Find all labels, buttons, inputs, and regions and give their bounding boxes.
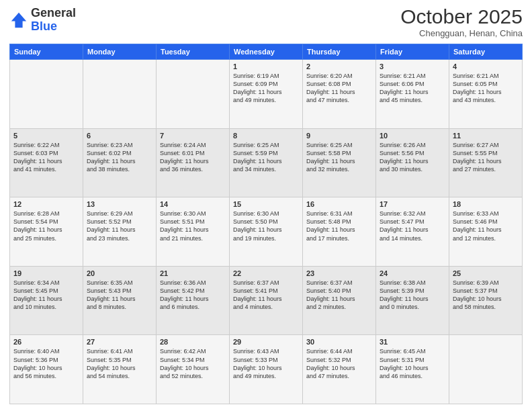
day-info: Sunrise: 6:26 AM Sunset: 5:56 PM Dayligh… bbox=[380, 141, 445, 174]
day-number: 17 bbox=[380, 200, 445, 208]
day-number: 30 bbox=[306, 338, 372, 346]
day-cell: 14Sunrise: 6:30 AM Sunset: 5:51 PM Dayli… bbox=[157, 197, 230, 267]
week-row-5: 26Sunrise: 6:40 AM Sunset: 5:36 PM Dayli… bbox=[10, 335, 523, 404]
day-cell: 9Sunrise: 6:25 AM Sunset: 5:58 PM Daylig… bbox=[303, 128, 376, 197]
logo-general: General bbox=[31, 7, 76, 20]
day-info: Sunrise: 6:20 AM Sunset: 6:08 PM Dayligh… bbox=[306, 72, 372, 105]
weekday-monday: Monday bbox=[83, 44, 157, 60]
day-info: Sunrise: 6:24 AM Sunset: 6:01 PM Dayligh… bbox=[160, 141, 226, 174]
day-info: Sunrise: 6:32 AM Sunset: 5:47 PM Dayligh… bbox=[380, 210, 445, 242]
svg-marker-0 bbox=[11, 13, 26, 28]
day-cell bbox=[157, 60, 230, 129]
day-info: Sunrise: 6:43 AM Sunset: 5:33 PM Dayligh… bbox=[233, 347, 299, 380]
weekday-sunday: Sunday bbox=[10, 44, 83, 60]
day-number: 14 bbox=[160, 200, 226, 208]
day-info: Sunrise: 6:27 AM Sunset: 5:55 PM Dayligh… bbox=[453, 141, 519, 174]
day-info: Sunrise: 6:21 AM Sunset: 6:06 PM Dayligh… bbox=[380, 72, 445, 105]
calendar-table: SundayMondayTuesdayWednesdayThursdayFrid… bbox=[9, 44, 523, 404]
day-cell: 10Sunrise: 6:26 AM Sunset: 5:56 PM Dayli… bbox=[376, 128, 449, 197]
day-number: 28 bbox=[160, 338, 226, 346]
day-cell: 7Sunrise: 6:24 AM Sunset: 6:01 PM Daylig… bbox=[157, 128, 230, 197]
day-info: Sunrise: 6:30 AM Sunset: 5:51 PM Dayligh… bbox=[160, 210, 226, 242]
weekday-tuesday: Tuesday bbox=[157, 44, 230, 60]
week-row-3: 12Sunrise: 6:28 AM Sunset: 5:54 PM Dayli… bbox=[10, 197, 523, 267]
day-number: 2 bbox=[306, 62, 372, 71]
day-info: Sunrise: 6:35 AM Sunset: 5:43 PM Dayligh… bbox=[87, 279, 152, 312]
weekday-thursday: Thursday bbox=[303, 44, 376, 60]
day-cell bbox=[83, 60, 157, 129]
day-number: 24 bbox=[380, 269, 445, 277]
day-cell: 28Sunrise: 6:42 AM Sunset: 5:34 PM Dayli… bbox=[157, 335, 230, 404]
day-cell: 13Sunrise: 6:29 AM Sunset: 5:52 PM Dayli… bbox=[83, 197, 157, 267]
day-info: Sunrise: 6:25 AM Sunset: 5:59 PM Dayligh… bbox=[233, 141, 299, 174]
day-number: 9 bbox=[306, 132, 372, 140]
day-info: Sunrise: 6:44 AM Sunset: 5:32 PM Dayligh… bbox=[306, 347, 372, 380]
week-row-2: 5Sunrise: 6:22 AM Sunset: 6:03 PM Daylig… bbox=[10, 128, 523, 197]
day-number: 29 bbox=[233, 338, 299, 346]
day-cell: 3Sunrise: 6:21 AM Sunset: 6:06 PM Daylig… bbox=[376, 60, 449, 129]
day-info: Sunrise: 6:25 AM Sunset: 5:58 PM Dayligh… bbox=[306, 141, 372, 174]
day-cell: 11Sunrise: 6:27 AM Sunset: 5:55 PM Dayli… bbox=[449, 128, 523, 197]
day-cell bbox=[10, 60, 83, 129]
day-info: Sunrise: 6:34 AM Sunset: 5:45 PM Dayligh… bbox=[13, 279, 79, 312]
day-cell: 21Sunrise: 6:36 AM Sunset: 5:42 PM Dayli… bbox=[157, 266, 230, 335]
day-number: 19 bbox=[13, 269, 79, 277]
day-cell: 24Sunrise: 6:38 AM Sunset: 5:39 PM Dayli… bbox=[376, 266, 449, 335]
day-number: 22 bbox=[233, 269, 299, 277]
day-info: Sunrise: 6:22 AM Sunset: 6:03 PM Dayligh… bbox=[13, 141, 79, 174]
day-cell: 22Sunrise: 6:37 AM Sunset: 5:41 PM Dayli… bbox=[230, 266, 303, 335]
day-number: 11 bbox=[453, 132, 519, 140]
day-info: Sunrise: 6:39 AM Sunset: 5:37 PM Dayligh… bbox=[453, 279, 519, 312]
day-cell: 30Sunrise: 6:44 AM Sunset: 5:32 PM Dayli… bbox=[303, 335, 376, 404]
day-number: 6 bbox=[87, 132, 152, 140]
day-cell: 29Sunrise: 6:43 AM Sunset: 5:33 PM Dayli… bbox=[230, 335, 303, 404]
day-number: 26 bbox=[13, 338, 79, 346]
day-info: Sunrise: 6:21 AM Sunset: 6:05 PM Dayligh… bbox=[453, 72, 519, 105]
title-block: October 2025 Chengguan, Henan, China bbox=[400, 7, 523, 38]
week-row-1: 1Sunrise: 6:19 AM Sunset: 6:09 PM Daylig… bbox=[10, 60, 523, 129]
day-cell: 27Sunrise: 6:41 AM Sunset: 5:35 PM Dayli… bbox=[83, 335, 157, 404]
day-cell: 31Sunrise: 6:45 AM Sunset: 5:31 PM Dayli… bbox=[376, 335, 449, 404]
day-info: Sunrise: 6:28 AM Sunset: 5:54 PM Dayligh… bbox=[13, 210, 79, 242]
day-number: 20 bbox=[87, 269, 152, 277]
day-info: Sunrise: 6:45 AM Sunset: 5:31 PM Dayligh… bbox=[380, 347, 445, 380]
logo: General Blue bbox=[9, 7, 76, 34]
day-cell: 2Sunrise: 6:20 AM Sunset: 6:08 PM Daylig… bbox=[303, 60, 376, 129]
day-cell: 15Sunrise: 6:30 AM Sunset: 5:50 PM Dayli… bbox=[230, 197, 303, 267]
day-info: Sunrise: 6:41 AM Sunset: 5:35 PM Dayligh… bbox=[87, 347, 152, 380]
day-info: Sunrise: 6:19 AM Sunset: 6:09 PM Dayligh… bbox=[233, 72, 299, 105]
day-number: 4 bbox=[453, 62, 519, 71]
day-info: Sunrise: 6:36 AM Sunset: 5:42 PM Dayligh… bbox=[160, 279, 226, 312]
day-info: Sunrise: 6:38 AM Sunset: 5:39 PM Dayligh… bbox=[380, 279, 445, 312]
day-number: 18 bbox=[453, 200, 519, 208]
day-number: 31 bbox=[380, 338, 445, 346]
weekday-header-row: SundayMondayTuesdayWednesdayThursdayFrid… bbox=[10, 44, 523, 60]
day-info: Sunrise: 6:23 AM Sunset: 6:02 PM Dayligh… bbox=[87, 141, 152, 174]
day-info: Sunrise: 6:42 AM Sunset: 5:34 PM Dayligh… bbox=[160, 347, 226, 380]
day-number: 10 bbox=[380, 132, 445, 140]
day-cell: 20Sunrise: 6:35 AM Sunset: 5:43 PM Dayli… bbox=[83, 266, 157, 335]
day-info: Sunrise: 6:33 AM Sunset: 5:46 PM Dayligh… bbox=[453, 210, 519, 242]
day-number: 3 bbox=[380, 62, 445, 71]
day-info: Sunrise: 6:30 AM Sunset: 5:50 PM Dayligh… bbox=[233, 210, 299, 242]
day-number: 23 bbox=[306, 269, 372, 277]
day-number: 5 bbox=[13, 132, 79, 140]
day-cell: 18Sunrise: 6:33 AM Sunset: 5:46 PM Dayli… bbox=[449, 197, 523, 267]
day-number: 7 bbox=[160, 132, 226, 140]
day-cell: 16Sunrise: 6:31 AM Sunset: 5:48 PM Dayli… bbox=[303, 197, 376, 267]
day-number: 25 bbox=[453, 269, 519, 277]
week-row-4: 19Sunrise: 6:34 AM Sunset: 5:45 PM Dayli… bbox=[10, 266, 523, 335]
day-number: 21 bbox=[160, 269, 226, 277]
weekday-saturday: Saturday bbox=[449, 44, 523, 60]
day-number: 13 bbox=[87, 200, 152, 208]
day-number: 1 bbox=[233, 62, 299, 71]
day-info: Sunrise: 6:40 AM Sunset: 5:36 PM Dayligh… bbox=[13, 347, 79, 380]
day-cell bbox=[449, 335, 523, 404]
logo-blue: Blue bbox=[31, 20, 76, 34]
day-cell: 25Sunrise: 6:39 AM Sunset: 5:37 PM Dayli… bbox=[449, 266, 523, 335]
day-number: 8 bbox=[233, 132, 299, 140]
page-container: General Blue October 2025 Chengguan, Hen… bbox=[0, 0, 532, 411]
weekday-friday: Friday bbox=[376, 44, 449, 60]
day-number: 12 bbox=[13, 200, 79, 208]
day-cell: 19Sunrise: 6:34 AM Sunset: 5:45 PM Dayli… bbox=[10, 266, 83, 335]
